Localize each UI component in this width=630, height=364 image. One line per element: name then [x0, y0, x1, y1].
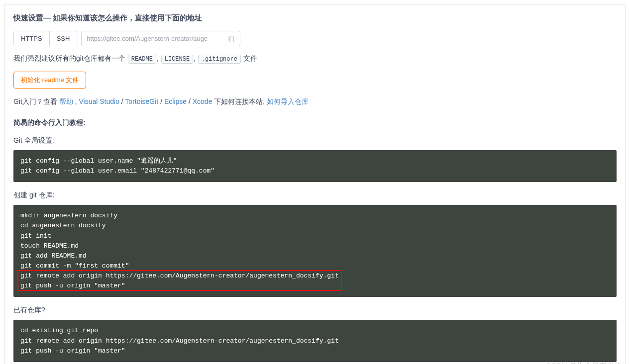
- tortoise-link[interactable]: TortoiseGit: [125, 97, 158, 105]
- protocol-toggle: HTTPS SSH: [13, 31, 77, 46]
- recommend-suffix: 文件: [241, 54, 257, 62]
- import-link[interactable]: 如何导入仓库: [267, 97, 309, 105]
- clone-url-wrap: [81, 31, 240, 46]
- protocol-row: HTTPS SSH: [13, 31, 617, 46]
- tutorial-title: 简易的命令行入门教程:: [13, 118, 617, 127]
- help-mid: 下如何连接本站,: [212, 97, 267, 105]
- comma2: ,: [194, 54, 196, 62]
- https-button[interactable]: HTTPS: [14, 31, 49, 46]
- help-line: Git入门？查看 帮助 , Visual Studio / TortoiseGi…: [13, 97, 617, 106]
- recommend-line: 我们强烈建议所有的git仓库都有一个 README, LICENSE, .git…: [13, 54, 617, 64]
- panel-title: 快速设置— 如果你知道该怎么操作，直接使用下面的地址: [13, 13, 617, 23]
- create-label: 创建 git 仓库:: [13, 191, 617, 200]
- setup-panel: 快速设置— 如果你知道该怎么操作，直接使用下面的地址 HTTPS SSH 我们强…: [4, 4, 626, 364]
- help-sep1: ,: [73, 97, 79, 105]
- copy-icon[interactable]: [223, 35, 240, 42]
- slash1: /: [119, 97, 125, 105]
- slash2: /: [158, 97, 164, 105]
- help-link[interactable]: 帮助: [59, 97, 73, 105]
- slash3: /: [187, 97, 193, 105]
- highlight-box: [17, 270, 342, 291]
- help-prefix: Git入门？查看: [13, 97, 59, 105]
- init-readme-button[interactable]: 初始化 readme 文件: [13, 72, 86, 89]
- license-tag: LICENSE: [161, 55, 193, 64]
- vs-link[interactable]: Visual Studio: [79, 97, 119, 105]
- exist-label: 已有仓库?: [13, 306, 617, 315]
- watermark-text: CSDN @生命是有光的: [546, 362, 622, 364]
- eclipse-link[interactable]: Eclipse: [164, 97, 187, 105]
- exist-code-block[interactable]: cd existing_git_repo git remote add orig…: [13, 320, 617, 362]
- clone-url-input[interactable]: [82, 31, 223, 46]
- readme-tag: README: [128, 55, 156, 64]
- xcode-link[interactable]: Xcode: [193, 97, 212, 105]
- global-label: Git 全局设置:: [13, 136, 617, 145]
- global-code-block[interactable]: git config --global user.name "逍遥的人儿" gi…: [13, 150, 617, 182]
- gitignore-tag: .gitignore: [198, 55, 241, 64]
- ssh-button[interactable]: SSH: [49, 31, 77, 46]
- recommend-prefix: 我们强烈建议所有的git仓库都有一个: [13, 54, 125, 62]
- comma1: ,: [157, 54, 159, 62]
- create-code-block[interactable]: mkdir augenestern_docsify cd augenestern…: [13, 205, 617, 297]
